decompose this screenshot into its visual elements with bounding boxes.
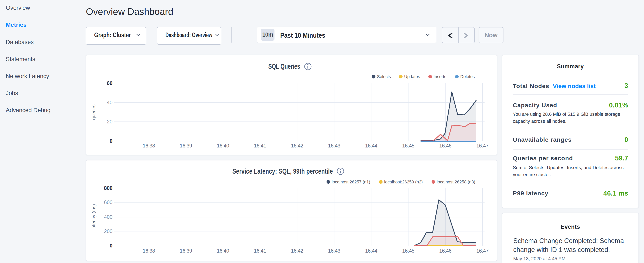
svg-text:200: 200 [104,228,112,234]
svg-text:40: 40 [107,100,112,105]
svg-text:localhost:26259 (n2): localhost:26259 (n2) [384,180,423,184]
svg-text:queries: queries [91,105,96,120]
svg-text:16:43: 16:43 [328,143,340,149]
svg-text:16:39: 16:39 [180,143,192,149]
svg-text:600: 600 [104,199,112,205]
svg-text:16:41: 16:41 [254,143,266,149]
svg-text:16:41: 16:41 [254,248,266,254]
svg-text:800: 800 [104,185,112,191]
svg-text:Deletes: Deletes [460,74,475,79]
svg-text:localhost:26258 (n3): localhost:26258 (n3) [437,180,475,184]
svg-text:16:39: 16:39 [180,248,192,254]
svg-text:16:44: 16:44 [365,143,378,149]
svg-text:Updates: Updates [404,74,420,79]
svg-text:0: 0 [110,243,112,248]
svg-text:localhost:26257 (n1): localhost:26257 (n1) [332,180,370,184]
svg-text:16:45: 16:45 [402,248,414,254]
svg-text:16:44: 16:44 [365,248,378,254]
svg-text:16:38: 16:38 [143,248,155,254]
svg-text:16:40: 16:40 [217,143,229,149]
svg-text:16:47: 16:47 [476,143,488,149]
svg-text:400: 400 [104,214,112,220]
svg-text:16:46: 16:46 [439,248,452,254]
svg-text:16:40: 16:40 [217,248,229,254]
svg-text:Inserts: Inserts [434,74,446,79]
svg-text:Selects: Selects [377,74,391,79]
svg-text:16:45: 16:45 [402,143,414,149]
svg-text:16:43: 16:43 [328,248,340,254]
svg-text:20: 20 [107,119,112,124]
svg-text:60: 60 [107,80,112,86]
svg-text:16:38: 16:38 [143,143,155,149]
svg-text:16:46: 16:46 [439,143,452,149]
svg-text:0: 0 [110,138,112,144]
svg-text:16:47: 16:47 [476,248,488,254]
svg-text:16:42: 16:42 [291,248,304,254]
svg-text:16:42: 16:42 [291,143,304,149]
svg-text:latency (ms): latency (ms) [91,204,96,229]
